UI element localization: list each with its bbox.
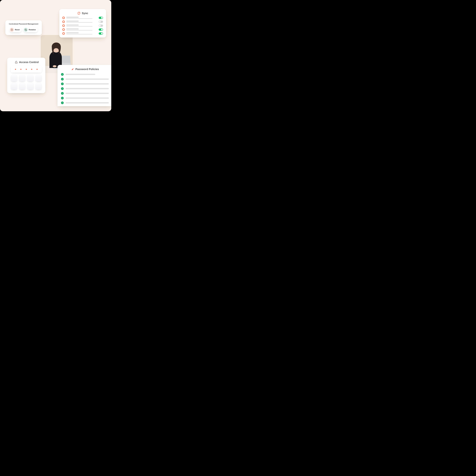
sync-toggle[interactable] bbox=[99, 21, 103, 23]
svg-point-5 bbox=[12, 30, 12, 30]
sync-item-text bbox=[66, 25, 97, 27]
policy-item bbox=[61, 92, 109, 95]
check-icon bbox=[61, 73, 64, 76]
sync-toggle[interactable] bbox=[99, 17, 103, 19]
sync-toggle[interactable] bbox=[99, 32, 103, 35]
keypad-key[interactable] bbox=[27, 75, 34, 82]
sync-title: Sync bbox=[82, 12, 88, 15]
sync-item bbox=[62, 17, 103, 19]
pin-display: ***** bbox=[11, 66, 42, 73]
sync-item-text bbox=[66, 33, 97, 34]
svg-point-6 bbox=[12, 30, 12, 30]
policy-item bbox=[61, 73, 109, 76]
policy-item bbox=[61, 78, 109, 81]
policy-item bbox=[61, 83, 109, 85]
access-control-card: ** Access Control ***** bbox=[7, 58, 45, 93]
policy-item bbox=[61, 97, 109, 100]
pin-char: * bbox=[20, 68, 21, 71]
sync-item-text bbox=[66, 17, 97, 19]
sync-item bbox=[62, 28, 103, 31]
sync-item bbox=[62, 21, 103, 23]
keypad-key[interactable] bbox=[11, 83, 17, 90]
keypad-key[interactable] bbox=[27, 83, 34, 90]
svg-point-4 bbox=[12, 30, 12, 30]
rotation-icon bbox=[24, 28, 28, 32]
keypad-key[interactable] bbox=[35, 75, 42, 82]
keypad-key[interactable] bbox=[35, 83, 42, 90]
pin-char: * bbox=[15, 68, 16, 71]
rotation-button[interactable]: Rotation bbox=[23, 27, 38, 32]
sync-item bbox=[62, 32, 103, 35]
check-icon bbox=[61, 83, 64, 85]
check-icon bbox=[61, 97, 64, 100]
sync-bullet-icon bbox=[62, 28, 65, 31]
svg-text:**: ** bbox=[16, 62, 17, 63]
centralized-password-card: Centralized Password Management Reset bbox=[5, 20, 42, 35]
check-icon bbox=[61, 87, 64, 90]
sync-toggle[interactable] bbox=[99, 28, 103, 31]
sync-bullet-icon bbox=[62, 25, 65, 27]
feature-collage: Centralized Password Management Reset bbox=[0, 0, 111, 111]
pin-char: * bbox=[26, 68, 27, 71]
svg-point-9 bbox=[26, 30, 26, 30]
policy-item bbox=[61, 102, 109, 104]
sync-item-text bbox=[66, 29, 97, 31]
password-policies-card: Password Policies bbox=[57, 65, 111, 106]
sync-item-text bbox=[66, 21, 97, 23]
access-control-title: Access Control bbox=[19, 61, 39, 64]
reset-icon bbox=[10, 28, 14, 32]
check-icon bbox=[61, 102, 64, 104]
reset-button[interactable]: Reset bbox=[9, 27, 22, 32]
policy-text bbox=[66, 93, 109, 94]
svg-point-3 bbox=[53, 65, 56, 67]
unlock-icon: ** bbox=[15, 61, 18, 64]
sync-card: Sync bbox=[59, 9, 106, 37]
policy-text bbox=[66, 74, 95, 75]
keypad-key[interactable] bbox=[19, 83, 26, 90]
keypad-key[interactable] bbox=[11, 75, 17, 82]
centralized-password-title: Centralized Password Management bbox=[8, 23, 40, 25]
check-icon bbox=[61, 78, 64, 81]
keypad-grid bbox=[10, 75, 42, 90]
pin-char: * bbox=[36, 68, 38, 71]
policy-item bbox=[61, 87, 109, 90]
keypad-key[interactable] bbox=[19, 75, 26, 82]
edit-icon bbox=[71, 68, 74, 70]
sync-item bbox=[62, 25, 103, 27]
policy-text bbox=[66, 98, 109, 99]
check-icon bbox=[61, 92, 64, 95]
sync-icon bbox=[77, 12, 81, 15]
sync-toggle[interactable] bbox=[99, 25, 103, 27]
policy-text bbox=[66, 88, 109, 89]
sync-bullet-icon bbox=[62, 32, 65, 35]
reset-button-label: Reset bbox=[15, 29, 19, 31]
policy-text bbox=[66, 83, 109, 85]
svg-point-7 bbox=[25, 30, 26, 30]
sync-bullet-icon bbox=[62, 17, 65, 19]
password-policies-title: Password Policies bbox=[75, 68, 99, 71]
rotation-button-label: Rotation bbox=[29, 29, 36, 31]
policy-text bbox=[66, 79, 109, 80]
policy-text bbox=[66, 102, 109, 103]
pin-char: * bbox=[31, 68, 32, 71]
sync-bullet-icon bbox=[62, 21, 65, 23]
svg-point-8 bbox=[26, 30, 26, 30]
